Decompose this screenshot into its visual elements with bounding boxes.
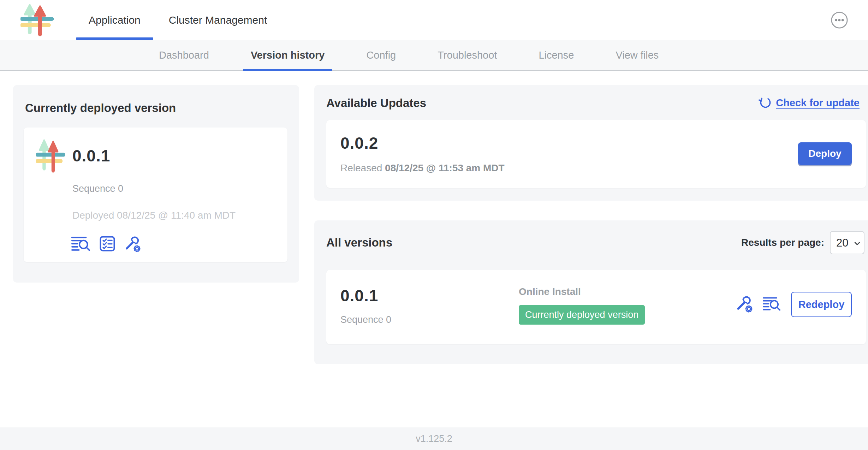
tab-application[interactable]: Application [76,0,153,40]
tab-config-label: Config [366,49,396,61]
console-footer: v1.125.2 [0,427,868,450]
update-released-line: Released 08/12/25 @ 11:53 am MDT [340,162,505,174]
app-logo [20,3,55,37]
tab-cluster-management[interactable]: Cluster Management [156,0,280,40]
deployed-version-number: 0.0.1 [72,146,110,165]
app-subnav: Dashboard Version history Config Trouble… [0,40,868,71]
logs-icon[interactable] [71,236,91,253]
header-spacer [283,0,831,40]
currently-deployed-title: Currently deployed version [25,101,287,115]
logs-icon[interactable] [763,296,781,313]
row-sequence: Sequence 0 [340,314,519,325]
available-updates-title: Available Updates [326,96,426,110]
check-for-update-link[interactable]: Check for update [759,96,860,110]
ellipsis-menu-icon[interactable] [831,11,848,29]
deployed-timestamp: Deployed 08/12/25 @ 11:40 am MDT [72,210,276,221]
tab-troubleshoot-label: Troubleshoot [438,49,497,61]
row-version-number: 0.0.1 [340,286,519,305]
currently-deployed-badge: Currently deployed version [519,305,645,325]
right-column: Available Updates Check for update 0.0.2… [314,85,868,364]
released-prefix: Released [340,162,385,173]
results-per-page-label: Results per page: [741,237,824,248]
tab-config[interactable]: Config [366,40,396,70]
currently-deployed-inner: 0.0.1 Sequence 0 Deployed 08/12/25 @ 11:… [24,128,287,262]
currently-deployed-card: Currently deployed version 0.0.1 Sequenc… [13,85,299,283]
update-version-number: 0.0.2 [340,134,505,153]
tab-view-files[interactable]: View files [616,40,659,70]
tab-dashboard[interactable]: Dashboard [159,40,209,70]
install-type-label: Online Install [519,286,735,297]
version-row: 0.0.1 Sequence 0 Online Install Currentl… [326,270,866,344]
main-content: Currently deployed version 0.0.1 Sequenc… [0,71,868,427]
released-date: 08/12/25 @ 11:53 am MDT [385,162,505,173]
top-header: Application Cluster Management [0,0,868,40]
preflight-checks-icon[interactable] [99,236,115,253]
tab-view-files-label: View files [616,49,659,61]
all-versions-card: All versions Results per page: 20 0.0.1 … [314,220,868,364]
all-versions-title: All versions [326,236,392,249]
tab-license-label: License [539,49,574,61]
tab-troubleshoot[interactable]: Troubleshoot [438,40,497,70]
deployed-sequence: Sequence 0 [72,183,276,194]
redeploy-button[interactable]: Redeploy [791,292,852,317]
config-icon[interactable] [735,295,753,314]
tab-version-history[interactable]: Version history [251,40,325,70]
tab-dashboard-label: Dashboard [159,49,209,61]
refresh-icon [759,96,772,110]
tab-application-label: Application [89,14,141,26]
check-for-update-label: Check for update [776,97,860,109]
update-row: 0.0.2 Released 08/12/25 @ 11:53 am MDT D… [326,120,866,188]
config-icon[interactable] [124,235,141,254]
available-updates-card: Available Updates Check for update 0.0.2… [314,85,868,201]
app-logo-small [36,138,66,173]
tab-version-history-label: Version history [251,49,325,61]
results-per-page-select[interactable]: 20 [830,231,864,254]
tab-license[interactable]: License [539,40,574,70]
console-version: v1.125.2 [416,433,452,444]
deploy-button[interactable]: Deploy [798,142,852,165]
tab-cluster-management-label: Cluster Management [169,14,267,26]
